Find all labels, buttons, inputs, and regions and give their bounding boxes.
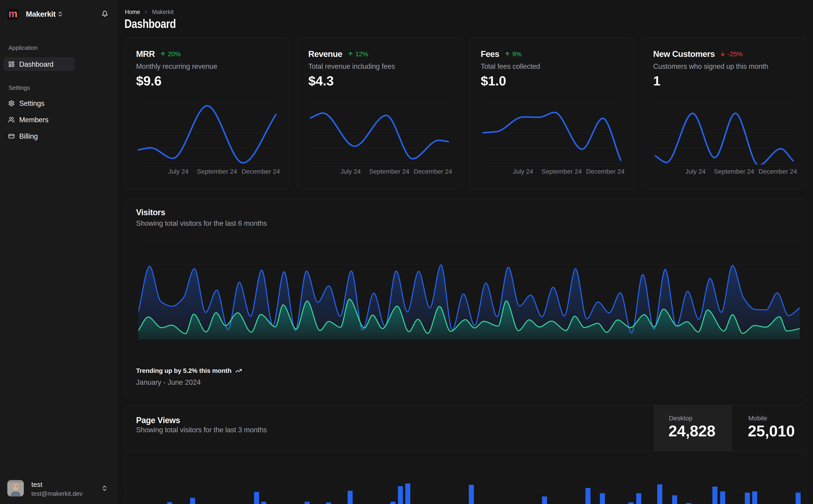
svg-text:m: m <box>8 9 17 19</box>
